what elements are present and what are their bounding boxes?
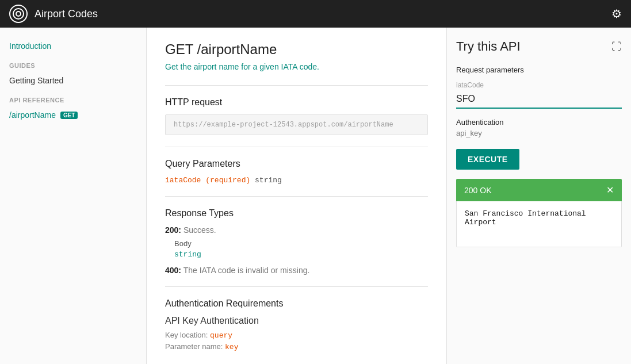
- app-logo: [9, 5, 28, 23]
- sidebar-item-airport-name[interactable]: /airportName GET: [0, 106, 146, 124]
- auth-subsection-title: API Key Authentication: [165, 316, 428, 326]
- try-panel: Try this API ⛶ Request parameters iataCo…: [447, 28, 631, 364]
- svg-point-1: [16, 12, 21, 16]
- response-close-button[interactable]: ✕: [606, 185, 614, 196]
- response-body-area: San Francisco International Airport: [456, 201, 622, 247]
- sidebar-section-guides: GUIDES: [0, 55, 146, 71]
- header-left: Airport Codes: [9, 5, 98, 23]
- query-params: iataCode (required) string: [165, 176, 428, 185]
- expand-icon[interactable]: ⛶: [611, 41, 622, 53]
- try-panel-title: Try this API: [456, 39, 521, 54]
- param-name: iataCode: [165, 176, 201, 185]
- response-400-desc: The IATA code is invalid or missing.: [183, 266, 310, 275]
- response-types-title: Response Types: [165, 208, 428, 219]
- response-body-type: string: [165, 250, 428, 259]
- response-200-desc: Success.: [183, 225, 216, 235]
- response-200-code: 200:: [165, 225, 181, 235]
- response-400-code: 400:: [165, 266, 181, 275]
- main-content: GET /airportName Get the airport name fo…: [147, 28, 447, 364]
- http-request-url: https://example-project-12543.appspot.co…: [165, 114, 428, 135]
- sidebar: Introduction GUIDES Getting Started API …: [0, 28, 147, 364]
- response-status: 200 OK: [464, 186, 491, 195]
- header: Airport Codes ⚙: [0, 0, 631, 28]
- settings-icon[interactable]: ⚙: [611, 7, 622, 21]
- divider-4: [165, 286, 428, 287]
- param-type: string: [255, 176, 282, 185]
- main-layout: Introduction GUIDES Getting Started API …: [0, 28, 631, 364]
- response-banner: 200 OK ✕: [456, 179, 622, 201]
- response-400: 400: The IATA code is invalid or missing…: [165, 266, 428, 275]
- auth-param-name-label: Parameter name:: [165, 342, 223, 351]
- sidebar-item-getting-started[interactable]: Getting Started: [0, 71, 146, 90]
- divider-3: [165, 196, 428, 197]
- request-params-label: Request parameters: [456, 66, 622, 74]
- iata-code-input[interactable]: [456, 90, 622, 109]
- divider-2: [165, 147, 428, 147]
- app-title: Airport Codes: [35, 8, 98, 20]
- execute-button[interactable]: EXECUTE: [456, 149, 519, 170]
- sidebar-api-item-label: /airportName: [9, 110, 56, 120]
- page-title: GET /airportName: [165, 41, 428, 58]
- query-params-title: Query Parameters: [165, 159, 428, 169]
- auth-key-location-label: Key location:: [165, 331, 208, 339]
- auth-section-title: Authentication Requirements: [165, 298, 428, 309]
- http-request-title: HTTP request: [165, 97, 428, 108]
- auth-key-location-row: Key location: query: [165, 331, 428, 340]
- auth-param-name-row: Parameter name: key: [165, 342, 428, 351]
- response-200: 200: Success.: [165, 225, 428, 235]
- authentication-label: Authentication: [456, 118, 622, 127]
- get-badge: GET: [60, 112, 78, 119]
- try-panel-header: Try this API ⛶: [456, 39, 622, 54]
- param-required: (required): [205, 176, 250, 185]
- sidebar-item-introduction[interactable]: Introduction: [0, 37, 146, 55]
- divider-1: [165, 85, 428, 86]
- response-body-text: San Francisco International Airport: [465, 209, 586, 227]
- auth-key-location-value: query: [210, 331, 232, 340]
- page-subtitle: Get the airport name for a given IATA co…: [165, 62, 428, 71]
- auth-param-name-value: key: [225, 343, 238, 351]
- response-body-label: Body: [165, 239, 428, 248]
- svg-point-0: [13, 9, 24, 19]
- sidebar-section-api-reference: API REFERENCE: [0, 90, 146, 106]
- iata-code-label: iataCode: [456, 81, 622, 89]
- api-key-value: api_key: [456, 129, 622, 137]
